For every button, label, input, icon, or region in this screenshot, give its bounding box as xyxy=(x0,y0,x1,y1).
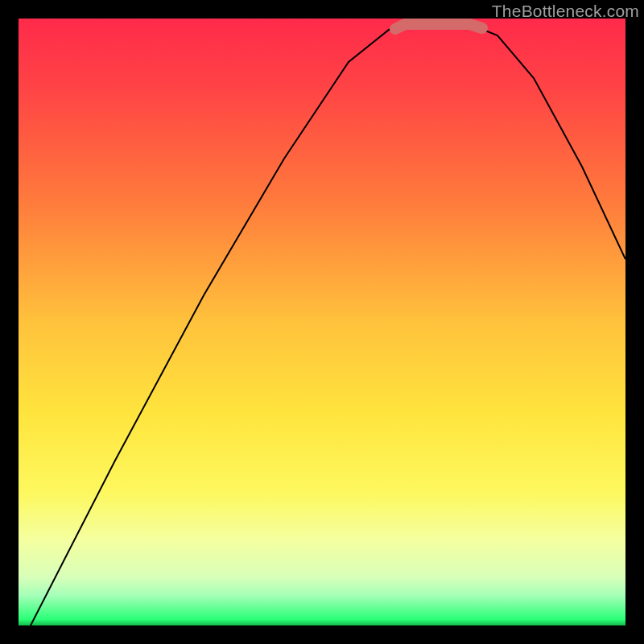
chart-plot-area xyxy=(19,19,625,625)
chart-frame: TheBottleneck.com xyxy=(0,0,644,644)
optimal-range-marker xyxy=(395,24,482,29)
watermark-text: TheBottleneck.com xyxy=(492,2,639,21)
chart-svg xyxy=(19,19,625,625)
bottleneck-curve xyxy=(31,24,625,625)
